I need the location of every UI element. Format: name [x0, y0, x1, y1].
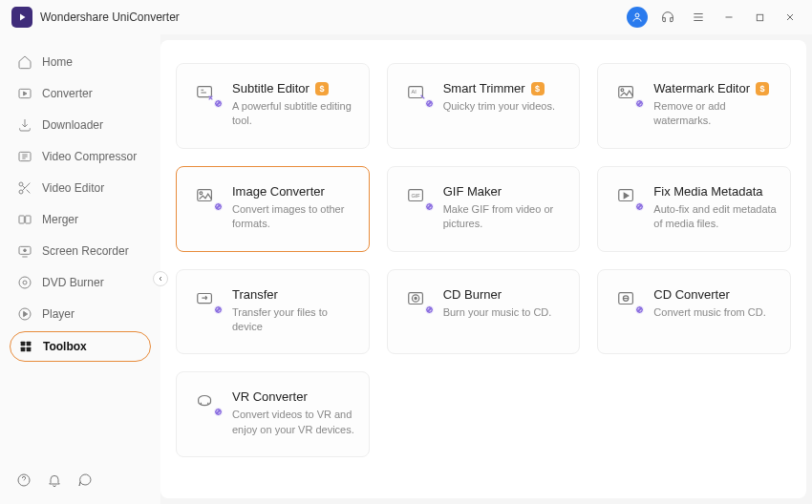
support-icon[interactable] — [657, 7, 678, 28]
tool-card[interactable]: CD BurnerBurn your music to CD. — [387, 269, 581, 355]
sidebar-bottom-icons — [10, 472, 151, 494]
tool-icon — [192, 81, 219, 104]
sidebar-item-toolbox[interactable]: Toolbox — [10, 331, 151, 362]
sidebar-item-converter[interactable]: Converter — [10, 79, 151, 108]
tool-title: VR Converter — [232, 389, 308, 404]
sidebar-item-player[interactable]: Player — [10, 300, 151, 328]
app-name: Wondershare UniConverter — [40, 10, 180, 24]
tool-icon — [613, 184, 640, 207]
tool-card[interactable]: VR ConverterConvert videos to VR and enj… — [176, 371, 370, 457]
sidebar-collapse-button[interactable] — [153, 271, 168, 286]
svg-point-0 — [635, 13, 639, 17]
svg-point-24 — [200, 192, 203, 195]
sidebar-item-label: Converter — [42, 87, 93, 100]
tool-card[interactable]: TransferTransfer your files to device — [176, 269, 370, 355]
tool-title: Fix Media Metadata — [653, 184, 762, 199]
tool-title: GIF Maker — [443, 184, 502, 199]
sidebar-item-screen-recorder[interactable]: Screen Recorder — [10, 237, 151, 265]
tool-icon — [192, 287, 219, 310]
tool-desc: Convert images to other formats. — [232, 202, 355, 232]
disc-icon — [17, 275, 32, 290]
help-icon[interactable] — [15, 472, 32, 489]
tool-title: Watermark Editor — [653, 81, 750, 95]
download-icon — [17, 117, 32, 133]
close-icon[interactable] — [780, 7, 801, 28]
home-icon — [17, 54, 32, 70]
sidebar-item-label: Home — [42, 55, 73, 69]
toolbox-icon — [18, 339, 33, 354]
tool-card[interactable]: AISmart Trimmer$Quicky trim your videos. — [387, 63, 581, 149]
tool-card[interactable]: CD ConverterConvert music from CD. — [597, 269, 791, 355]
titlebar: Wondershare UniConverter — [0, 0, 812, 34]
tool-card[interactable]: Watermark Editor$Remove or add watermark… — [597, 63, 791, 149]
compressor-icon — [17, 149, 32, 164]
sidebar-item-home[interactable]: Home — [10, 48, 151, 76]
svg-point-11 — [23, 281, 27, 284]
sidebar-item-label: Downloader — [42, 118, 103, 132]
svg-rect-7 — [26, 216, 31, 223]
tool-icon: GIF — [403, 184, 430, 207]
sidebar-item-video-editor[interactable]: Video Editor — [10, 174, 151, 202]
premium-badge: $ — [315, 82, 329, 95]
maximize-icon[interactable] — [749, 7, 770, 28]
sidebar-item-compressor[interactable]: Video Compressor — [10, 142, 151, 171]
svg-point-4 — [19, 182, 23, 186]
feedback-icon[interactable] — [76, 472, 94, 489]
tool-title: Image Converter — [232, 184, 325, 199]
account-icon[interactable] — [627, 7, 648, 28]
svg-point-22 — [621, 89, 624, 92]
tool-desc: A powerful subtitle editing tool. — [232, 99, 355, 129]
play-icon — [17, 306, 32, 322]
svg-rect-1 — [757, 14, 762, 20]
svg-rect-6 — [19, 216, 24, 223]
tool-card[interactable]: Subtitle Editor$A powerful subtitle edit… — [176, 63, 370, 149]
tool-desc: Convert music from CD. — [653, 305, 777, 320]
sidebar-item-downloader[interactable]: Downloader — [10, 111, 151, 139]
premium-badge: $ — [756, 82, 769, 95]
sidebar-item-label: Screen Recorder — [42, 244, 129, 258]
svg-point-9 — [24, 249, 27, 252]
tool-card[interactable]: GIFGIF MakerMake GIF from video or pictu… — [387, 166, 581, 252]
tool-title: Smart Trimmer — [443, 81, 525, 95]
app-logo — [11, 7, 32, 28]
svg-rect-16 — [27, 347, 32, 352]
tool-desc: Burn your music to CD. — [443, 305, 566, 320]
sidebar-item-merger[interactable]: Merger — [10, 205, 151, 234]
sidebar-item-dvd-burner[interactable]: DVD Burner — [10, 268, 151, 297]
tool-card[interactable]: Fix Media MetadataAuto-fix and edit meta… — [597, 166, 791, 252]
tool-icon — [613, 287, 640, 310]
tool-icon: AI — [403, 81, 430, 104]
svg-point-31 — [415, 297, 417, 299]
tool-grid: Subtitle Editor$A powerful subtitle edit… — [176, 63, 791, 457]
recorder-icon — [17, 243, 32, 259]
svg-point-10 — [19, 277, 31, 288]
menu-icon[interactable] — [688, 7, 709, 28]
sidebar-item-label: Video Editor — [42, 181, 104, 195]
tool-icon — [192, 184, 219, 207]
premium-badge: $ — [531, 82, 545, 95]
tool-desc: Auto-fix and edit metadata of media file… — [653, 202, 777, 232]
content: Subtitle Editor$A powerful subtitle edit… — [160, 40, 806, 498]
tool-desc: Make GIF from video or pictures. — [443, 202, 566, 232]
tool-icon — [192, 389, 219, 412]
svg-rect-18 — [198, 87, 212, 97]
tool-desc: Quicky trim your videos. — [443, 99, 566, 114]
scissors-icon — [17, 180, 32, 196]
merger-icon — [17, 212, 32, 227]
tool-title: CD Converter — [653, 287, 729, 302]
tool-icon — [403, 287, 430, 310]
bell-icon[interactable] — [46, 472, 63, 489]
tool-desc: Remove or add watermarks. — [653, 99, 777, 129]
minimize-icon[interactable] — [718, 7, 739, 28]
tool-card[interactable]: Image ConverterConvert images to other f… — [176, 166, 370, 252]
tool-icon — [613, 81, 640, 104]
sidebar-item-label: Player — [42, 307, 75, 321]
sidebar-item-label: Video Compressor — [42, 150, 137, 163]
tool-title: Transfer — [232, 287, 278, 302]
svg-text:AI: AI — [411, 89, 417, 94]
sidebar-item-label: DVD Burner — [42, 276, 104, 289]
svg-point-5 — [19, 190, 23, 194]
tool-title: Subtitle Editor — [232, 81, 310, 95]
converter-icon — [17, 86, 32, 101]
svg-rect-14 — [27, 342, 32, 346]
